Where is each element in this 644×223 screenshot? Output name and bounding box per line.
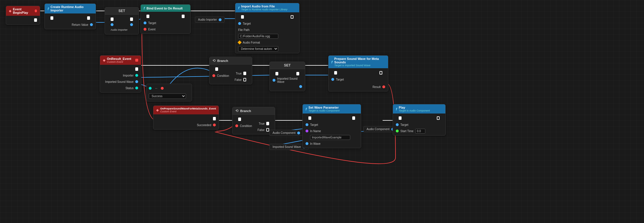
prepare-sound-body: Target Result [328, 68, 388, 91]
event-begin-play-node: ◆ Event BeginPlay [6, 6, 40, 25]
succeeded-pin [213, 124, 216, 126]
start-time-input[interactable] [415, 129, 425, 134]
set-wave-subtitle: Target is Audio Component [308, 109, 339, 112]
audioformat-row: Audio Format [238, 40, 296, 45]
importer-pin [135, 74, 138, 77]
target-pin [238, 22, 241, 25]
false-label: False [235, 78, 242, 81]
exec-row [108, 16, 136, 22]
success-select[interactable]: Success [149, 93, 186, 99]
exec-in [334, 71, 337, 75]
on-prepare-body: Succeeded [153, 114, 219, 129]
in-name-input[interactable] [310, 135, 350, 140]
set2-header: SET [270, 62, 305, 69]
true-pin [243, 72, 246, 75]
value-out [130, 23, 133, 26]
event-icon: ◆ [9, 9, 11, 13]
branch2-icon: ⟲ [235, 109, 238, 113]
audioformat-select[interactable]: Determine format automatically [238, 46, 278, 52]
exec-out [291, 15, 293, 19]
exec-in [399, 116, 402, 120]
false-pin [266, 128, 269, 132]
audio-component-connector: Audio Component [269, 130, 303, 136]
on-result-header: ◆ OnResult_Event Custom Event [100, 56, 141, 65]
play-subtitle: Target is Audio Component [399, 109, 430, 112]
set2-title: SET [284, 63, 291, 67]
compare-out-pin [161, 87, 164, 90]
exec-row [48, 15, 93, 21]
event-begin-play-title: Event BeginPlay [13, 7, 33, 14]
in-name-row: In Name [306, 128, 358, 134]
import-body: Target File Path Audio Format Determine … [235, 12, 299, 53]
exec-in [111, 17, 113, 21]
exec-row [238, 14, 296, 20]
in-wave-row: In Wave [306, 141, 358, 146]
set-wave-header-text: Set Wave Parameter Target is Audio Compo… [308, 106, 339, 112]
event-begin-play-body [6, 16, 40, 24]
imported-sw-label: Imported Sound Wave [277, 77, 302, 83]
target-label: Target [148, 21, 156, 25]
imported-sw-label: Imported Sound Wave [105, 80, 134, 83]
on-result-event-node: ◆ OnResult_Event Custom Event Importer I… [100, 55, 141, 93]
true-label: True [259, 122, 265, 125]
start-time-row: Start Time [396, 128, 443, 134]
prepare-title: Prepare Sound Wave for Meta Sounds [334, 57, 385, 64]
in-name-input-row [306, 135, 358, 140]
create-runtime-body: Return Value [45, 13, 96, 29]
exec-row [331, 70, 385, 76]
audio-importer-connector: Audio Importer [195, 17, 225, 23]
false-row: False [258, 127, 269, 132]
in-wave-label: In Wave [310, 142, 320, 145]
exec-row [396, 115, 443, 121]
exec-in [241, 15, 244, 19]
play-header: f Play Target is Audio Component [393, 104, 445, 114]
exec-out [379, 71, 382, 75]
import-header-text: Import Audio from File Target is Runtime… [241, 5, 287, 11]
target-row: Target [238, 21, 296, 26]
exec-in [215, 67, 218, 71]
bind-event-node: f Bind Event to On Result Target Event [140, 4, 191, 34]
in-name-pin [306, 130, 308, 132]
exec-out [182, 15, 185, 18]
true-row: True [236, 71, 246, 76]
audioformat-select-row: Determine format automatically [238, 46, 296, 51]
play-body: Target Start Time [393, 114, 445, 135]
event-icon2: ◆ [103, 58, 105, 62]
target-row: Target [144, 20, 187, 26]
exec-out-row [103, 66, 138, 72]
set-node-2: SET Imported Sound Wave [269, 62, 305, 91]
exec-out [87, 16, 90, 20]
set-title: SET [118, 9, 125, 13]
filepath-input[interactable] [238, 34, 278, 39]
succeeded-label: Succeeded [197, 124, 211, 127]
compare-body: -- Success [146, 84, 192, 101]
imported-sw-out [299, 85, 302, 88]
event-begin-red-dot [35, 9, 37, 12]
status-label: Status [126, 87, 134, 90]
import-audio-header: f Import Audio from File Target is Runti… [235, 3, 299, 12]
exec-out [130, 17, 133, 21]
result-row: Result [331, 84, 385, 89]
return-value-pin [90, 23, 93, 26]
audio-comp2-label: Audio Component [367, 128, 389, 131]
branch1-node: ⟲ Branch Condition True False [209, 57, 252, 84]
audio-comp-label: Audio Component [273, 131, 295, 134]
exec-in [238, 118, 241, 121]
result-pin [382, 85, 385, 88]
filepath-input-row [238, 34, 296, 39]
event-pin [144, 28, 146, 31]
branch1-body: Condition True False [210, 64, 252, 84]
false-label: False [258, 128, 265, 132]
bind-event-header: f Bind Event to On Result [141, 5, 190, 12]
audio-component-connector-2: Audio Component [363, 126, 397, 132]
exec-out-row [9, 17, 37, 23]
exec-out-pin [34, 18, 37, 22]
branch1-title: Branch [217, 59, 228, 62]
import-icon: f [238, 6, 239, 10]
event-begin-play-header: ◆ Event BeginPlay [6, 6, 40, 16]
false-row: False [235, 77, 246, 82]
false-pin [243, 78, 246, 81]
set-body: Audio Importer [105, 15, 139, 34]
target-label: Target [243, 22, 251, 25]
importer-row: Importer [103, 73, 138, 78]
